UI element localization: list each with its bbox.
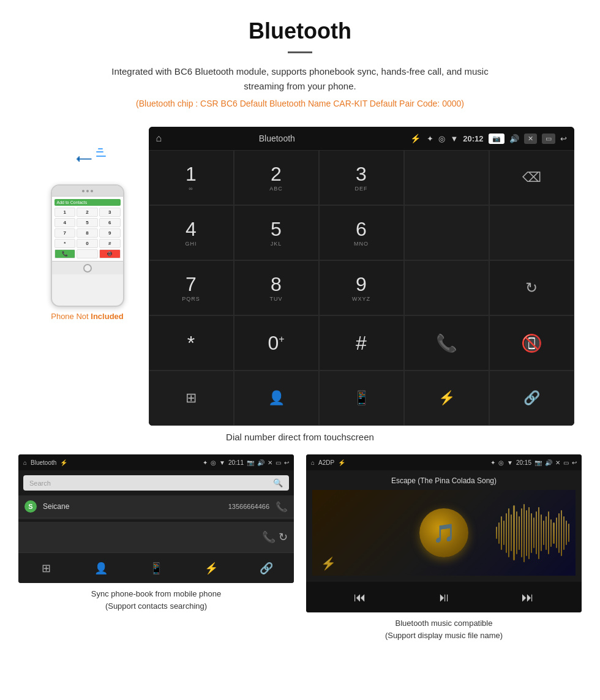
- pb-nav-bt[interactable]: ⚡: [184, 553, 239, 583]
- dial-key-6[interactable]: 6 MNO: [319, 205, 404, 260]
- dial-call-button[interactable]: 📞: [404, 315, 489, 371]
- music-loc-icon: ◎: [498, 459, 504, 466]
- dial-key-5[interactable]: 5 JKL: [234, 205, 319, 260]
- dial-redial[interactable]: ↻: [489, 260, 574, 315]
- nav-settings[interactable]: 🔗: [489, 371, 574, 426]
- dial-hangup-button[interactable]: 📵: [489, 315, 574, 371]
- phone-key-empty: [77, 249, 98, 258]
- nav-bluetooth[interactable]: ⚡: [404, 371, 489, 426]
- dial-key-star[interactable]: *: [149, 315, 234, 371]
- phone-key-6[interactable]: 6: [99, 218, 121, 227]
- phone-dots: [82, 190, 93, 192]
- phone-key-0[interactable]: 0: [77, 239, 98, 248]
- volume-icon[interactable]: 🔊: [509, 134, 519, 143]
- pb-vol-icon: 🔊: [257, 459, 264, 466]
- waveform-bar: [553, 522, 554, 544]
- pb-refresh-action[interactable]: ↻: [279, 530, 288, 544]
- wifi-icon: ▼: [450, 134, 458, 143]
- phone-key-5[interactable]: 5: [77, 218, 98, 227]
- music-home-icon[interactable]: ⌂: [311, 459, 315, 466]
- dial-key-0[interactable]: 0+: [234, 315, 319, 371]
- dial-key-3[interactable]: 3 DEF: [319, 150, 404, 205]
- dial-empty-4: [404, 260, 489, 315]
- phone-body: Add to Contacts 1 2 3 4 5 6 7 8 9 * 0 #: [51, 184, 124, 307]
- phone-container: ⭠ Add to Contacts: [26, 127, 149, 321]
- pb-nav-contacts-active[interactable]: 👤: [73, 553, 129, 583]
- pb-bt-icon: ✦: [203, 459, 208, 466]
- phone-home-button[interactable]: [83, 264, 92, 273]
- phone-key-star[interactable]: *: [54, 239, 76, 248]
- nav-phone[interactable]: 📱: [319, 371, 404, 426]
- dial-key-9[interactable]: 9 WXYZ: [319, 260, 404, 315]
- phone-key-8[interactable]: 8: [77, 228, 98, 238]
- nav-contacts[interactable]: 👤: [234, 371, 319, 426]
- phonebook-statusbar: ⌂ Bluetooth ⚡ ✦ ◎ ▼ 20:11 📷 🔊 ✕ ▭ ↩: [18, 454, 294, 470]
- close-button[interactable]: ✕: [524, 134, 537, 144]
- page-title: Bluetooth: [12, 18, 588, 44]
- waveform-bar: [546, 516, 547, 550]
- bluetooth-symbol: ⭠: [75, 150, 92, 170]
- nav-dialpad[interactable]: ⊞: [149, 371, 234, 426]
- music-time: 20:15: [516, 459, 531, 466]
- phone-mockup: Add to Contacts 1 2 3 4 5 6 7 8 9 * 0 #: [51, 184, 124, 307]
- back-icon[interactable]: ↩: [560, 134, 567, 143]
- dial-key-7[interactable]: 7 PQRS: [149, 260, 234, 315]
- settings-icon: 🔗: [523, 390, 540, 406]
- play-pause-button[interactable]: ⏯: [438, 590, 450, 604]
- prev-track-button[interactable]: ⏮: [354, 590, 366, 604]
- waveform-bar: [563, 516, 564, 550]
- phonebook-search[interactable]: Search 🔍: [23, 475, 289, 491]
- pb-loc-icon: ◎: [211, 459, 216, 466]
- contact-entry[interactable]: S Seicane 13566664466 📞: [18, 495, 294, 518]
- search-placeholder: Search: [29, 480, 51, 487]
- music-controls: ⏮ ⏯ ⏭: [306, 582, 582, 612]
- waveform-bar: [548, 511, 549, 554]
- phone-top-bar: [52, 186, 123, 197]
- music-back-icon: ↩: [572, 459, 577, 466]
- phone-key-hash[interactable]: #: [99, 239, 121, 248]
- waveform-bar: [506, 513, 507, 553]
- waveform-bar: [558, 513, 560, 553]
- dial-key-8[interactable]: 8 TUV: [234, 260, 319, 315]
- waveform-bar: [531, 513, 532, 553]
- phone-key-3[interactable]: 3: [99, 208, 121, 217]
- phone-key-1[interactable]: 1: [54, 208, 76, 217]
- dial-backspace[interactable]: ⌫: [489, 150, 574, 205]
- waveform-bar: [538, 507, 539, 559]
- music-min-icon: ▭: [563, 459, 569, 466]
- phone-hangup-button[interactable]: 📵: [99, 249, 121, 258]
- phone-not-included-label: Phone Not Included: [51, 312, 124, 321]
- pb-min-icon: ▭: [276, 459, 281, 466]
- usb-icon: ⚡: [410, 134, 421, 143]
- waveform-bar: [496, 527, 497, 539]
- phone-key-7[interactable]: 7: [54, 228, 76, 238]
- pb-nav-dialpad[interactable]: ⊞: [18, 553, 73, 583]
- pb-nav-phone[interactable]: 📱: [129, 553, 184, 583]
- dial-key-4[interactable]: 4 GHI: [149, 205, 234, 260]
- pb-home-icon[interactable]: ⌂: [23, 459, 27, 466]
- phone-key-9[interactable]: 9: [99, 228, 121, 238]
- phonebook-screenshot: ⌂ Bluetooth ⚡ ✦ ◎ ▼ 20:11 📷 🔊 ✕ ▭ ↩ Sear…: [18, 454, 294, 641]
- status-right: ✦ ◎ ▼ 20:12 📷 🔊 ✕ ▭ ↩: [427, 134, 566, 144]
- music-screen-title: A2DP: [318, 459, 334, 466]
- pb-nav-link[interactable]: 🔗: [239, 553, 294, 583]
- title-divider: [288, 51, 312, 53]
- camera-button[interactable]: 📷: [489, 134, 504, 144]
- waveform-bar: [498, 522, 500, 544]
- pb-time: 20:11: [228, 459, 244, 466]
- dial-key-2[interactable]: 2 ABC: [234, 150, 319, 205]
- phonebook-screen: ⌂ Bluetooth ⚡ ✦ ◎ ▼ 20:11 📷 🔊 ✕ ▭ ↩ Sear…: [18, 454, 294, 583]
- phone-key-4[interactable]: 4: [54, 218, 76, 227]
- waveform-bar: [533, 517, 534, 548]
- music-caption: Bluetooth music compatible (Support disp…: [306, 617, 582, 641]
- dial-key-1[interactable]: 1 ∞: [149, 150, 234, 205]
- pb-call-action[interactable]: 📞: [262, 530, 276, 544]
- contact-call-icon[interactable]: 📞: [276, 501, 288, 513]
- next-track-button[interactable]: ⏭: [522, 590, 534, 604]
- minimize-button[interactable]: ▭: [542, 134, 555, 144]
- phone-key-2[interactable]: 2: [77, 208, 98, 217]
- phone-call-button[interactable]: 📞: [54, 249, 76, 258]
- dial-key-hash[interactable]: #: [319, 315, 404, 371]
- waveform-bar: [528, 507, 530, 559]
- dial-empty-1: [404, 150, 489, 205]
